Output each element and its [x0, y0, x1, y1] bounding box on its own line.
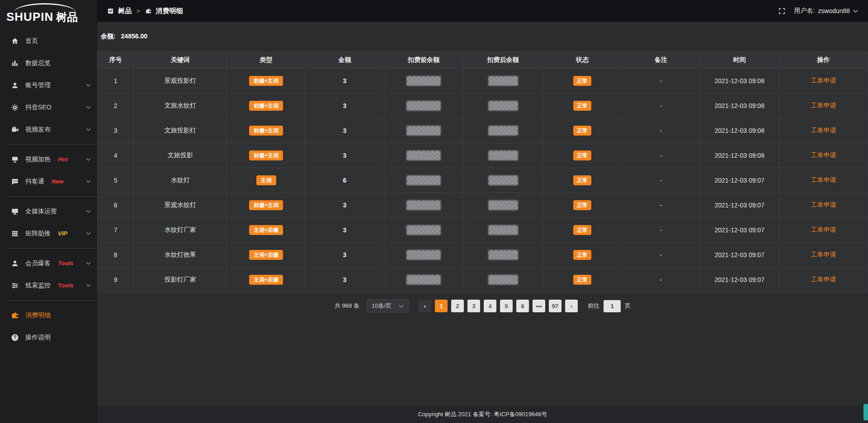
floating-widget-handle[interactable] [863, 404, 868, 420]
sidebar-item[interactable]: 首页 [0, 30, 97, 52]
column-header: 金额 [306, 52, 384, 69]
cell-index: 5 [98, 168, 134, 193]
sidebar-item[interactable]: 会员爆客Tools [0, 252, 97, 274]
cell-balance-before [384, 69, 463, 94]
cell-index: 7 [98, 218, 134, 243]
sidebar-item[interactable]: 消费明细 [0, 304, 97, 326]
page-number-button[interactable]: 4 [484, 300, 496, 312]
column-header: 状态 [542, 52, 622, 69]
fullscreen-icon[interactable] [778, 7, 786, 15]
goto-page: 前往 1 页 [588, 300, 631, 312]
chevron-down-icon [86, 84, 91, 87]
blurred-value [406, 175, 441, 185]
blurred-value [406, 76, 441, 86]
page-number-button[interactable]: 6 [516, 300, 529, 312]
chevron-down-icon [86, 158, 91, 161]
column-header: 备注 [622, 52, 700, 69]
sidebar-item-tag: VIP [58, 230, 67, 237]
sidebar-item-tag: Tools [58, 282, 73, 289]
cell-type: 前缀+主词 [227, 193, 306, 218]
status-badge: 正常 [573, 200, 591, 210]
type-badge: 前缀+主词 [249, 101, 283, 111]
page-size-select[interactable]: 10条/页 [367, 299, 409, 313]
page-number-button[interactable]: 2 [451, 300, 464, 312]
sidebar-item[interactable]: 抖音SEO [0, 96, 97, 118]
more-pages-button[interactable]: ••• [533, 300, 545, 312]
ticket-apply-link[interactable]: 工单申请 [811, 102, 836, 109]
cell-time: 2021-12-03 09:08 [700, 143, 779, 168]
sidebar-item[interactable]: 视频加热Hot [0, 148, 97, 170]
ticket-apply-link[interactable]: 工单申请 [811, 276, 836, 283]
page-number-button[interactable]: 5 [500, 300, 513, 312]
sidebar-item-label: 操作说明 [25, 334, 51, 342]
sidebar-item-label: 全媒体运营 [25, 207, 57, 216]
cell-action: 工单申请 [779, 218, 868, 243]
cell-index: 2 [98, 94, 134, 118]
prev-page-button[interactable]: ‹ [419, 300, 431, 312]
status-badge: 正常 [573, 101, 591, 111]
blurred-value [406, 150, 441, 160]
ticket-apply-link[interactable]: 工单申请 [811, 151, 836, 159]
cell-keyword: 水纹灯 [134, 168, 227, 193]
ticket-apply-link[interactable]: 工单申请 [811, 77, 836, 84]
sidebar-item[interactable]: 视频发布 [0, 118, 97, 141]
cell-action: 工单申请 [779, 193, 868, 218]
user-menu[interactable]: 用户名: zswodun88 [794, 7, 858, 15]
footer: Copyright 树品 2021 备案号: 粤ICP备09019646号 [97, 406, 868, 423]
cell-keyword: 文旅投影灯 [134, 118, 227, 143]
chevron-down-icon [86, 232, 91, 235]
cell-type: 前缀+主词 [227, 69, 306, 94]
cell-time: 2021-12-03 09:07 [700, 193, 779, 218]
sidebar-item-label: 视频发布 [25, 126, 51, 134]
table-row: 5水纹灯主词6正常-2021-12-03 09:07工单申请 [98, 168, 868, 193]
user-icon [11, 81, 19, 89]
cell-balance-after [463, 69, 543, 94]
page-number-button[interactable]: 1 [435, 300, 448, 312]
sidebar-item[interactable]: 数据总览 [0, 52, 97, 74]
page-number-button[interactable]: 3 [467, 300, 480, 312]
sidebar-divider [7, 248, 97, 249]
sidebar-item[interactable]: 账号管理 [0, 74, 97, 96]
page-list: ‹123456•••97› [419, 300, 578, 312]
sidebar-item-tag: New [52, 178, 64, 185]
cell-type: 主词+后缀 [227, 218, 306, 243]
next-page-button[interactable]: › [565, 300, 578, 312]
sidebar-item[interactable]: 全媒体运营 [0, 200, 97, 222]
blurred-value [488, 150, 518, 160]
table-row: 8水纹灯效果主词+后缀3正常-2021-12-03 09:07工单申请 [98, 243, 868, 268]
bar-chart-icon [11, 59, 19, 67]
sidebar-item[interactable]: 抖客通New [0, 170, 97, 193]
sliders-icon [11, 282, 19, 290]
ticket-apply-link[interactable]: 工单申请 [811, 251, 836, 258]
cell-action: 工单申请 [779, 243, 868, 268]
cell-balance-before [384, 118, 463, 143]
cell-balance-after [463, 118, 543, 143]
table-header-row: 序号关键词类型金额扣费前余额扣费后余额状态备注时间操作 [98, 52, 868, 69]
sidebar-item[interactable]: 矩阵助推VIP [0, 222, 97, 244]
ticket-apply-link[interactable]: 工单申请 [811, 226, 836, 233]
sidebar-item[interactable]: 线索监控Tools [0, 274, 97, 296]
cell-amount: 3 [306, 268, 384, 292]
column-header: 时间 [700, 52, 779, 69]
ticket-apply-link[interactable]: 工单申请 [811, 176, 836, 183]
total-count: 共 969 条 [335, 302, 359, 310]
monitor-icon [11, 207, 19, 216]
table-row: 7水纹灯厂家主词+后缀3正常-2021-12-03 09:07工单申请 [98, 218, 868, 243]
cell-type: 主词+后缀 [227, 268, 306, 292]
ticket-apply-link[interactable]: 工单申请 [811, 201, 836, 208]
sidebar: SHUPIN 树品 首页数据总览账号管理抖音SEO视频发布视频加热Hot抖客通N… [0, 0, 97, 423]
ticket-apply-link[interactable]: 工单申请 [811, 127, 836, 134]
cell-time: 2021-12-03 09:08 [700, 118, 779, 143]
cell-type: 主词 [227, 168, 306, 193]
grid-icon [11, 230, 19, 238]
breadcrumb-item-home[interactable]: 树品 [118, 7, 132, 15]
status-badge: 正常 [573, 225, 591, 235]
sidebar-item[interactable]: ?操作说明 [0, 326, 97, 348]
sidebar-divider [7, 300, 97, 301]
cell-time: 2021-12-03 09:07 [700, 268, 779, 292]
goto-page-input[interactable]: 1 [604, 300, 621, 312]
wallet-icon [11, 311, 19, 320]
cell-action: 工单申请 [779, 168, 868, 193]
page-number-button[interactable]: 97 [549, 300, 561, 312]
cell-remark: - [622, 143, 700, 168]
